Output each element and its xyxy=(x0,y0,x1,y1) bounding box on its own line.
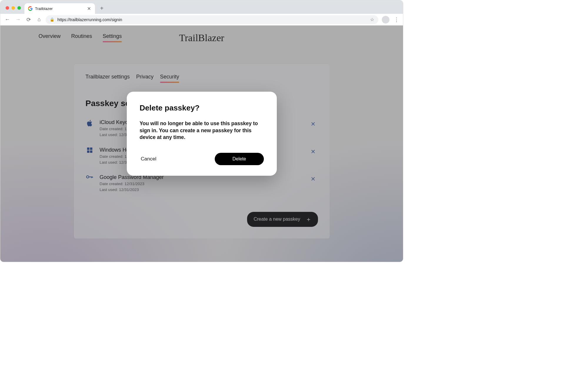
google-favicon-icon xyxy=(28,6,33,11)
omnibox[interactable]: 🔒 https://trailblazerrunning.com/signin … xyxy=(46,15,378,24)
window-zoom-button[interactable] xyxy=(17,6,21,10)
modal-overlay[interactable]: Delete passkey? You will no longer be ab… xyxy=(0,26,403,262)
dialog-body: You will no longer be able to use this p… xyxy=(140,120,264,141)
window-minimize-button[interactable] xyxy=(11,6,15,10)
profile-avatar[interactable] xyxy=(382,16,389,24)
cancel-button[interactable]: Cancel xyxy=(140,154,158,164)
window-close-button[interactable] xyxy=(6,6,9,10)
new-tab-button[interactable]: + xyxy=(97,4,106,13)
browser-tab[interactable]: Trailblazer ✕ xyxy=(24,3,95,14)
nav-forward-button[interactable]: → xyxy=(14,16,22,24)
dialog-actions: Cancel Delete xyxy=(140,153,264,165)
tab-strip: Trailblazer ✕ + xyxy=(0,0,403,14)
bookmark-star-icon[interactable]: ☆ xyxy=(370,17,374,22)
tab-close-button[interactable]: ✕ xyxy=(86,6,91,11)
dialog-title: Delete passkey? xyxy=(140,103,264,113)
window-controls xyxy=(6,6,21,10)
page-viewport: Overview Routines Settings TrailBlazer T… xyxy=(0,26,403,262)
browser-menu-button[interactable]: ⋮ xyxy=(393,16,400,23)
address-bar: ← → ⟳ ⌂ 🔒 https://trailblazerrunning.com… xyxy=(0,14,403,26)
nav-reload-button[interactable]: ⟳ xyxy=(24,16,33,24)
lock-icon: 🔒 xyxy=(50,17,54,22)
nav-back-button[interactable]: ← xyxy=(3,16,11,24)
nav-home-button[interactable]: ⌂ xyxy=(35,16,43,24)
delete-button[interactable]: Delete xyxy=(215,153,264,165)
tab-title: Trailblazer xyxy=(35,6,84,11)
omnibox-url: https://trailblazerrunning.com/signin xyxy=(57,17,367,22)
browser-window: Trailblazer ✕ + ← → ⟳ ⌂ 🔒 https://trailb… xyxy=(0,0,403,262)
delete-passkey-dialog: Delete passkey? You will no longer be ab… xyxy=(127,92,277,176)
